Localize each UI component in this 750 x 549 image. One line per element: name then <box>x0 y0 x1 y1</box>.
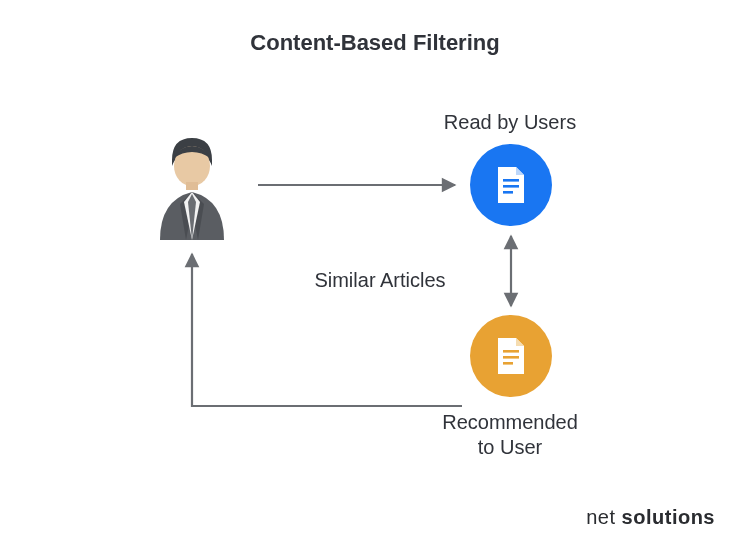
brand-part1: net <box>586 506 621 528</box>
user-icon <box>150 132 234 242</box>
read-by-users-label: Read by Users <box>410 110 610 135</box>
brand-part2: solutions <box>622 506 715 528</box>
brand-logo: net solutions <box>586 506 715 529</box>
svg-rect-1 <box>186 182 198 190</box>
recommended-to-user-label: Recommended to User <box>410 410 610 460</box>
similar-articles-label: Similar Articles <box>290 268 470 293</box>
document-icon <box>494 165 528 205</box>
svg-rect-5 <box>503 350 519 353</box>
diagram-title: Content-Based Filtering <box>0 30 750 56</box>
document-icon <box>494 336 528 376</box>
svg-rect-7 <box>503 362 513 365</box>
diagram-stage: Content-Based Filtering <box>0 0 750 549</box>
svg-rect-4 <box>503 191 513 194</box>
svg-rect-3 <box>503 185 519 188</box>
recommended-document-node <box>470 315 552 397</box>
read-document-node <box>470 144 552 226</box>
svg-rect-6 <box>503 356 519 359</box>
svg-rect-2 <box>503 179 519 182</box>
